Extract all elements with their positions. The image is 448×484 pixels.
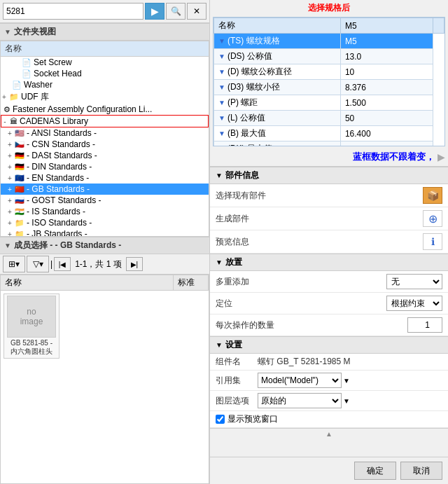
search-button[interactable]: ▶	[145, 3, 164, 20]
tree-item-din[interactable]: + 🇩🇪 - DIN Standards -	[1, 161, 209, 172]
expand-icon[interactable]: +	[6, 219, 13, 227]
position-select[interactable]: 根据约束	[386, 296, 442, 311]
component-name-value: 螺钉 GB_T 5281-1985 M	[258, 356, 442, 368]
tree-label: UDF 库	[21, 91, 49, 103]
row-key: ▼(D3) 螺纹小径	[214, 80, 341, 95]
ok-button[interactable]: 确定	[354, 462, 396, 480]
tree-item-csn[interactable]: + 🇨🇿 - CSN Standards -	[1, 139, 209, 150]
config-icon: ⚙	[4, 105, 10, 114]
table-row[interactable]: ▼(TS) 螺纹规格 M5	[214, 34, 444, 49]
expand-icon[interactable]: +	[6, 152, 13, 160]
table-row[interactable]: ▼(P) 螺距 1.500	[214, 95, 444, 111]
tree-item-udf[interactable]: + 📁 UDF 库	[1, 90, 209, 104]
tree-item-fastener[interactable]: ⚙ Fastener Assembly Configuration Li...	[1, 104, 209, 115]
flag-icon: 🇨🇿	[15, 140, 24, 149]
filter-button[interactable]: ▽▾	[27, 256, 49, 272]
tree-item-gb[interactable]: + 🇨🇳 - GB Standards -	[1, 184, 209, 195]
position-row: 定位 根据约束	[210, 293, 448, 314]
tree-header: 名称	[1, 41, 209, 57]
expand-icon[interactable]: +	[6, 186, 13, 193]
tree-item-ansi[interactable]: + 🇺🇸 - ANSI Standards -	[1, 127, 209, 139]
parts-arrow-icon: ▼	[216, 172, 223, 179]
member-card-gb5281[interactable]: noimage GB 5281-85 -内六角圆柱头	[4, 293, 59, 359]
select-part-button[interactable]: 📦	[423, 187, 442, 204]
table-row[interactable]: ▼(DK) 最大值 18	[214, 141, 444, 147]
folder-icon: 📁	[15, 230, 24, 237]
row-arrow-icon: ▼	[218, 145, 225, 146]
row-key: ▼(L) 公称值	[214, 111, 341, 126]
expand-icon[interactable]: +	[6, 141, 13, 148]
member-grid-header: 名称 标准	[1, 275, 209, 291]
clear-button[interactable]: ✕	[187, 3, 206, 20]
row-value: 18	[340, 141, 433, 147]
tree-label: - ISO Standards -	[27, 218, 92, 228]
preview-info-button[interactable]: ℹ	[423, 233, 442, 250]
tree-item-socket-head[interactable]: 📄 Socket Head	[1, 68, 209, 79]
settings-header[interactable]: ▼ 设置	[210, 336, 448, 354]
scroll-right-icon: ▶	[438, 151, 445, 163]
tree-item-jb[interactable]: + 📁 - JB Standards -	[1, 228, 209, 237]
expand-icon[interactable]: +	[6, 130, 13, 137]
multi-add-select[interactable]: 无	[386, 274, 442, 289]
generate-part-label: 生成部件	[216, 213, 423, 225]
col-name: 名称	[1, 275, 174, 290]
generate-part-button[interactable]: ⊕	[423, 210, 442, 227]
tree-view: 名称 📄 Set Screw 📄 Socket Head 📄 Washer + …	[0, 41, 209, 237]
row-arrow-icon: ▼	[218, 99, 225, 106]
cancel-button[interactable]: 取消	[400, 462, 442, 480]
last-page-button[interactable]: ▶|	[126, 257, 143, 271]
placement-section: ▼ 放置 多重添加 无 定位 根据约束 每次	[210, 254, 448, 336]
table-row[interactable]: ▼(D) 螺纹公称直径 10	[214, 64, 444, 80]
expand-icon[interactable]: +	[6, 230, 13, 237]
reference-set-select[interactable]: Model("Model")	[258, 373, 342, 388]
table-row[interactable]: ▼(DS) 公称值 13.0	[214, 49, 444, 64]
tree-item-set-screw[interactable]: 📄 Set Screw	[1, 57, 209, 68]
table-row[interactable]: ▼(D3) 螺纹小径 8.376	[214, 80, 444, 95]
multi-add-control: 无	[386, 274, 442, 289]
flag-icon: 🇺🇸	[15, 129, 24, 138]
right-content: ▼ 部件信息 选择现有部件 📦 生成部件 ⊕	[210, 167, 448, 457]
position-label: 定位	[216, 298, 386, 310]
tree-item-gost[interactable]: + 🇷🇺 - GOST Standards -	[1, 195, 209, 206]
expand-icon[interactable]: +	[1, 93, 8, 101]
tree-item-is[interactable]: + 🇮🇳 - IS Standards -	[1, 206, 209, 217]
component-name-row: 组件名 螺钉 GB_T 5281-1985 M	[210, 354, 448, 371]
file-icon: 📄	[22, 69, 31, 78]
row-arrow-icon: ▼	[218, 37, 225, 45]
quantity-input[interactable]	[407, 317, 442, 333]
first-page-button[interactable]: |◀	[54, 257, 71, 271]
settings-section: ▼ 设置 组件名 螺钉 GB_T 5281-1985 M 引用集 Model("…	[210, 336, 448, 428]
select-part-label: 选择现有部件	[216, 190, 423, 202]
placement-header[interactable]: ▼ 放置	[210, 254, 448, 271]
tree-item-iso[interactable]: + 📁 - ISO Standards -	[1, 217, 209, 228]
quantity-row: 每次操作的数量	[210, 314, 448, 336]
expand-icon[interactable]: +	[6, 174, 13, 182]
layer-select[interactable]: 原始的	[258, 393, 342, 408]
tree-item-en[interactable]: + 🇪🇺 - EN Standards -	[1, 172, 209, 184]
row-value: 1.500	[340, 95, 433, 111]
expand-icon[interactable]: -	[1, 118, 8, 125]
settings-section-title: 设置	[225, 339, 242, 351]
row-key: ▼(DS) 公称值	[214, 49, 341, 64]
tree-label: - CSN Standards -	[27, 139, 95, 149]
parts-info-header[interactable]: ▼ 部件信息	[210, 167, 448, 184]
expand-icon[interactable]: +	[6, 208, 13, 216]
layer-label: 图层选项	[216, 395, 258, 407]
select-part-control: 📦	[423, 187, 442, 204]
preview-info-label: 预览信息	[216, 236, 423, 248]
grid-view-button[interactable]: ⊞▾	[3, 256, 25, 272]
tree-item-washer[interactable]: 📄 Washer	[1, 79, 209, 90]
expand-icon[interactable]: +	[6, 163, 13, 171]
multi-add-row: 多重添加 无	[210, 271, 448, 293]
tree-item-cadenas[interactable]: - 🏛 CADENAS Library	[1, 115, 209, 127]
filter-button[interactable]: 🔍	[166, 3, 186, 20]
show-preview-checkbox[interactable]	[216, 415, 225, 424]
select-part-icon: 📦	[427, 190, 439, 201]
table-row[interactable]: ▼(B) 最大值 16.400	[214, 126, 444, 141]
expand-icon[interactable]: +	[6, 197, 13, 205]
search-input[interactable]	[3, 3, 144, 20]
table-row[interactable]: ▼(L) 公称值 50	[214, 111, 444, 126]
folder-view-header[interactable]: ▼ 文件夹视图	[0, 23, 209, 41]
tree-item-dast[interactable]: + 🇩🇪 - DASt Standards -	[1, 150, 209, 161]
member-section-header[interactable]: ▼ 成员选择 - - GB Standards -	[0, 237, 209, 254]
